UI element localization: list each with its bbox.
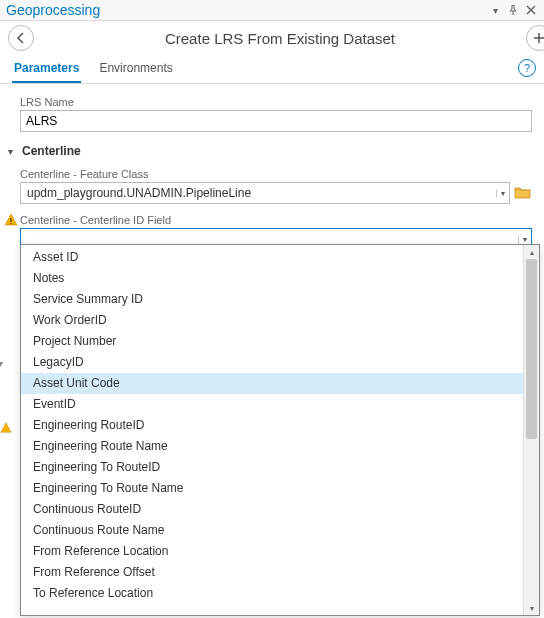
- scroll-up-icon[interactable]: ▴: [524, 245, 539, 259]
- dropdown-list: Asset IDNotesService Summary IDWork Orde…: [21, 245, 523, 615]
- window-controls: ▾: [488, 3, 538, 17]
- tab-environments[interactable]: Environments: [97, 55, 174, 83]
- dropdown-item[interactable]: Continuous Route Name: [21, 520, 523, 541]
- tool-title: Create LRS From Existing Dataset: [34, 30, 526, 47]
- dropdown-item[interactable]: Engineering To RouteID: [21, 457, 523, 478]
- dropdown-item[interactable]: Asset Unit Code: [21, 373, 523, 394]
- dropdown-item[interactable]: Continuous RouteID: [21, 499, 523, 520]
- dropdown-item[interactable]: Engineering RouteID: [21, 415, 523, 436]
- feature-class-value: updm_playground.UNADMIN.PipelineLine: [27, 186, 251, 200]
- dropdown-arrow-icon[interactable]: ▾: [496, 189, 505, 198]
- chevron-down-icon[interactable]: ▾: [0, 358, 3, 369]
- dropdown-item[interactable]: From Reference Location: [21, 541, 523, 562]
- dropdown-item[interactable]: EventID: [21, 394, 523, 415]
- id-field-dropdown: Asset IDNotesService Summary IDWork Orde…: [20, 244, 540, 616]
- tab-parameters[interactable]: Parameters: [12, 55, 81, 83]
- window-options-icon[interactable]: ▾: [488, 3, 502, 17]
- dropdown-item[interactable]: Engineering Route Name: [21, 436, 523, 457]
- svg-rect-0: [10, 218, 11, 222]
- chevron-down-icon: ▾: [8, 146, 18, 157]
- panel-title: Geoprocessing: [6, 2, 100, 18]
- feature-class-label: Centerline - Feature Class: [8, 164, 532, 182]
- section-centerline-title: Centerline: [22, 144, 81, 158]
- dropdown-item[interactable]: To Reference Location: [21, 583, 523, 604]
- section-centerline-header[interactable]: ▾ Centerline: [8, 142, 532, 160]
- dropdown-item[interactable]: LegacyID: [21, 352, 523, 373]
- pin-icon[interactable]: [506, 3, 520, 17]
- dropdown-item[interactable]: Engineering To Route Name: [21, 478, 523, 499]
- dropdown-scrollbar[interactable]: ▴ ▾: [523, 245, 539, 615]
- dropdown-item[interactable]: Work OrderID: [21, 310, 523, 331]
- id-field-label: Centerline - Centerline ID Field: [8, 210, 532, 228]
- add-button[interactable]: [526, 25, 544, 51]
- warning-icon: [0, 422, 12, 436]
- warning-icon: [4, 213, 18, 227]
- svg-rect-1: [10, 223, 11, 224]
- dropdown-item[interactable]: Project Number: [21, 331, 523, 352]
- dropdown-arrow-icon[interactable]: ▾: [518, 235, 527, 244]
- back-button[interactable]: [8, 25, 34, 51]
- scrollbar-thumb[interactable]: [526, 259, 537, 439]
- dropdown-item[interactable]: Notes: [21, 268, 523, 289]
- lrs-name-input[interactable]: [20, 110, 532, 132]
- lrs-name-label: LRS Name: [8, 92, 532, 110]
- feature-class-combobox[interactable]: updm_playground.UNADMIN.PipelineLine ▾: [20, 182, 510, 204]
- dropdown-item[interactable]: Service Summary ID: [21, 289, 523, 310]
- help-button[interactable]: ?: [518, 59, 536, 77]
- close-icon[interactable]: [524, 3, 538, 17]
- dropdown-item[interactable]: Asset ID: [21, 247, 523, 268]
- browse-folder-icon[interactable]: [514, 184, 532, 202]
- dropdown-item[interactable]: From Reference Offset: [21, 562, 523, 583]
- scroll-down-icon[interactable]: ▾: [524, 601, 539, 615]
